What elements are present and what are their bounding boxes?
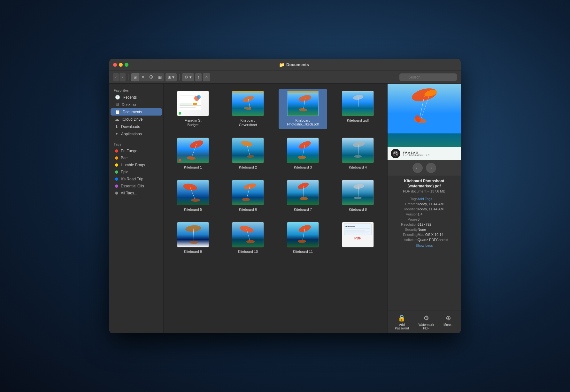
preview-next-button[interactable]: → bbox=[426, 163, 436, 173]
svg-point-47 bbox=[354, 197, 362, 199]
show-less-button[interactable]: Show Less bbox=[392, 242, 456, 249]
action-button[interactable]: ○ bbox=[203, 73, 210, 81]
svg-point-35 bbox=[354, 155, 362, 158]
sidebar-tag-epic[interactable]: Epic bbox=[111, 169, 162, 176]
sidebar: Favorites 🕐 Recents 🖥 Desktop 📋 Document… bbox=[109, 84, 164, 333]
sidebar-item-recents[interactable]: 🕐 Recents bbox=[111, 94, 162, 101]
file-thumbnail bbox=[342, 180, 374, 205]
file-item-franklin[interactable]: Franklin StBudget bbox=[169, 89, 217, 129]
file-thumbnail bbox=[232, 180, 264, 205]
file-item-pdf-doc[interactable]: ■ ■ ■ ■ ■ PDF bbox=[334, 220, 382, 256]
file-name: Kiteboard 11 bbox=[293, 249, 313, 254]
meta-security-key: Security bbox=[392, 227, 418, 232]
file-item-kiteboard6[interactable]: Kiteboard 6 bbox=[224, 178, 272, 214]
folder-icon: 📁 bbox=[279, 62, 284, 67]
file-name: Kiteboard .pdf bbox=[347, 118, 369, 123]
file-tag-dot bbox=[179, 159, 181, 162]
file-thumbnail bbox=[342, 138, 374, 163]
meta-security-val: None bbox=[418, 227, 456, 232]
grid-view-button[interactable]: ⊞ bbox=[131, 73, 139, 81]
tag-dot-all bbox=[115, 192, 118, 195]
list-view-button[interactable]: ≡ bbox=[139, 73, 147, 81]
file-thumbnail bbox=[287, 91, 319, 116]
sidebar-item-label: iCloud Drive bbox=[122, 117, 142, 122]
file-name: Franklin StBudget bbox=[185, 118, 202, 127]
sidebar-item-icloud[interactable]: ☁ iCloud Drive bbox=[111, 116, 162, 123]
file-thumbnail bbox=[177, 180, 209, 205]
file-item-kiteboard8[interactable]: Kiteboard 8 bbox=[334, 178, 382, 214]
sidebar-item-label: Recents bbox=[123, 95, 137, 100]
file-item-photoshoot[interactable]: KiteboardPhotosho...rked).pdf bbox=[279, 89, 327, 129]
share-button[interactable]: ↑ bbox=[195, 73, 202, 81]
minimize-button[interactable] bbox=[119, 63, 123, 67]
sidebar-item-applications[interactable]: ✦ Applications bbox=[111, 130, 162, 138]
file-item-kiteboard3[interactable]: Kiteboard 3 bbox=[279, 136, 327, 171]
forward-button[interactable]: › bbox=[119, 73, 125, 81]
sidebar-item-label: Documents bbox=[123, 110, 142, 114]
file-item-kiteboard-pdf[interactable]: Kiteboard .pdf bbox=[334, 89, 382, 129]
view-options-button[interactable]: ⊞ ▾ bbox=[166, 73, 177, 81]
tag-dot-road-trip bbox=[115, 177, 118, 181]
file-item-kiteboard7[interactable]: Kiteboard 7 bbox=[279, 178, 327, 214]
sidebar-item-desktop[interactable]: 🖥 Desktop bbox=[111, 101, 162, 108]
watermark-pdf-button[interactable]: ⚙ WatermarkPDF bbox=[419, 314, 434, 330]
file-item-kiteboard5[interactable]: Kiteboard 5 bbox=[169, 178, 217, 214]
tag-dot-bae bbox=[115, 156, 118, 160]
svg-rect-9 bbox=[180, 105, 201, 106]
add-password-button[interactable]: 🔒 AddPassword bbox=[395, 314, 409, 330]
file-item-kiteboard4[interactable]: Kiteboard 4 bbox=[334, 136, 382, 171]
file-item-kiteboard11[interactable]: Kiteboard 11 bbox=[279, 220, 327, 256]
meta-pages-key: Pages bbox=[392, 217, 418, 222]
svg-point-20 bbox=[299, 108, 307, 112]
nav-buttons: ‹ › bbox=[113, 73, 126, 81]
metadata-table: Tags Add Tags... Created Today, 11:44 AM… bbox=[392, 196, 456, 242]
sidebar-tag-en-fuego[interactable]: En Fuego bbox=[111, 147, 162, 155]
sidebar-tag-road-trip[interactable]: It's Road Trip bbox=[111, 176, 162, 183]
meta-created-row: Created Today, 11:44 AM bbox=[392, 201, 456, 207]
share-icon: ↑ bbox=[197, 75, 200, 79]
close-button[interactable] bbox=[113, 63, 117, 67]
gallery-view-button[interactable]: ▦ bbox=[156, 73, 164, 81]
settings-button[interactable]: ⚙ ▾ bbox=[182, 73, 194, 81]
file-item-kiteboard10[interactable]: Kiteboard 10 bbox=[224, 220, 272, 256]
svg-point-56 bbox=[298, 240, 306, 243]
preview-prev-button[interactable]: ← bbox=[412, 163, 423, 173]
file-item-kiteboard1[interactable]: Kiteboard 1 bbox=[169, 136, 217, 171]
action-icon: ○ bbox=[205, 75, 208, 79]
tag-dot-epic bbox=[115, 170, 118, 174]
file-name: Kiteboard 2 bbox=[239, 165, 257, 170]
file-item-coversheet[interactable]: KiteboardCoversheet bbox=[224, 89, 272, 129]
sidebar-tag-all-tags[interactable]: All Tags... bbox=[111, 190, 162, 197]
file-name: Kiteboard 4 bbox=[349, 165, 367, 170]
meta-tags-row: Tags Add Tags... bbox=[392, 196, 456, 201]
meta-resolution-row: Resolution 612×792 bbox=[392, 222, 456, 227]
add-tags-link[interactable]: Add Tags... bbox=[418, 197, 435, 201]
svg-rect-17 bbox=[288, 91, 319, 93]
sidebar-tag-humble-brags[interactable]: Humble Brags bbox=[111, 162, 162, 169]
svg-point-26 bbox=[187, 156, 196, 160]
view-options-icon: ⊞ ▾ bbox=[168, 75, 175, 79]
more-button[interactable]: ⊕ More... bbox=[443, 314, 453, 330]
maximize-button[interactable] bbox=[125, 63, 128, 67]
meta-tags-val: Add Tags... bbox=[418, 196, 456, 201]
more-label: More... bbox=[443, 323, 453, 327]
back-button[interactable]: ‹ bbox=[113, 73, 119, 81]
svg-rect-10 bbox=[180, 107, 196, 108]
sidebar-tag-essential-oils[interactable]: Essential Oils bbox=[111, 183, 162, 190]
file-name: Kiteboard 5 bbox=[184, 207, 202, 212]
sidebar-item-documents[interactable]: 📋 Documents bbox=[111, 108, 162, 116]
meta-modified-val: Today, 11:44 AM bbox=[418, 207, 456, 212]
file-name: Kiteboard 7 bbox=[294, 207, 312, 212]
sidebar-tag-bae[interactable]: Bae bbox=[111, 155, 162, 162]
meta-version-val: 1.4 bbox=[418, 212, 456, 217]
titlebar: 📁 Documents bbox=[109, 59, 461, 71]
sidebar-item-downloads[interactable]: ⬇ Downloads bbox=[111, 123, 162, 130]
columns-view-button[interactable]: ⦿ bbox=[147, 73, 156, 81]
file-thumbnail bbox=[287, 180, 319, 205]
svg-point-29 bbox=[247, 155, 255, 158]
sidebar-item-label: Desktop bbox=[122, 102, 136, 107]
svg-point-32 bbox=[298, 156, 306, 159]
search-input[interactable] bbox=[399, 73, 457, 81]
file-item-kiteboard2[interactable]: Kiteboard 2 bbox=[224, 136, 272, 171]
file-item-kiteboard9[interactable]: Kiteboard 9 bbox=[169, 220, 217, 256]
